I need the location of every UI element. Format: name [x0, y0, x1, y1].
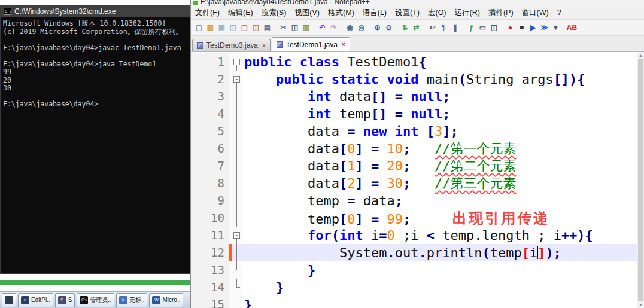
fold-margin[interactable]: - — [232, 53, 242, 71]
bookmark-margin[interactable] — [191, 140, 198, 157]
microsoft-app-taskbar-button[interactable]: WMicro.. — [149, 293, 183, 307]
bookmark-margin[interactable] — [191, 192, 198, 209]
line-number[interactable]: 9 — [198, 192, 229, 209]
indent-guide-icon[interactable]: ∥ — [450, 23, 460, 33]
notepadpp-titlebar[interactable]: F:\java\javabase\day04\TestDemo1.java - … — [191, 0, 644, 6]
scroll-up-icon[interactable]: ▲ — [637, 52, 644, 59]
spell-check-icon[interactable]: AB — [567, 23, 577, 33]
new-file-icon[interactable]: ▢ — [194, 23, 204, 33]
line-number[interactable]: 12 — [198, 244, 229, 261]
bookmark-margin[interactable] — [191, 175, 198, 192]
code-text[interactable]: data[2] = 30; //第三个元素 — [242, 175, 644, 192]
untitled-doc-taskbar-button[interactable]: ≣无标.. — [116, 293, 148, 307]
fold-margin[interactable]: - — [232, 71, 242, 88]
cut-icon[interactable]: ✂ — [278, 23, 288, 33]
line-number[interactable]: 11 — [198, 227, 229, 244]
code-text[interactable]: } — [242, 261, 644, 279]
sync-vertical-scroll-icon[interactable]: ⇅ — [400, 23, 410, 33]
line-number[interactable]: 14 — [198, 279, 229, 296]
code-text[interactable]: data[0] = 10; //第一个元素 — [242, 140, 644, 157]
scrollbar-thumb[interactable] — [638, 59, 643, 301]
close-all-icon[interactable]: ◫ — [251, 23, 261, 33]
cmd-admin-taskbar-button[interactable]: C:\管理员.. — [77, 293, 114, 307]
line-number[interactable]: 15 — [198, 296, 229, 308]
editplus-taskbar-button[interactable]: eEditPl.. — [18, 293, 53, 307]
code-text[interactable]: temp = data; — [242, 192, 644, 209]
fold-collapse-icon[interactable]: - — [233, 232, 240, 239]
menu-item-6[interactable]: 设置(T) — [391, 7, 424, 19]
document-switcher-icon[interactable]: ◫ — [489, 23, 499, 33]
code-text[interactable]: data[1] = 20; //第二个元素 — [242, 157, 644, 175]
bookmark-margin[interactable] — [191, 279, 198, 296]
sync-horizontal-scroll-icon[interactable]: ⇄ — [411, 23, 421, 33]
find-icon[interactable]: ◉ — [345, 23, 355, 33]
menu-item-7[interactable]: 宏(O) — [424, 7, 451, 19]
bookmark-margin[interactable] — [191, 105, 198, 123]
menu-item-11[interactable]: ? — [553, 7, 566, 18]
code-text[interactable]: } — [242, 279, 644, 296]
macro-run-multiple-icon[interactable]: ≫ — [539, 23, 549, 33]
code-text[interactable]: public static void main(String args[]){ — [242, 71, 644, 88]
macro-play-icon[interactable]: ▶ — [528, 23, 538, 33]
undo-icon[interactable]: ↶ — [317, 23, 327, 33]
line-number[interactable]: 13 — [198, 261, 229, 279]
fold-collapse-icon[interactable]: - — [233, 76, 240, 83]
bookmark-margin[interactable] — [191, 157, 198, 175]
redo-icon[interactable]: ↷ — [329, 23, 339, 33]
print-icon[interactable]: ▤ — [262, 23, 272, 33]
bookmark-margin[interactable] — [191, 209, 198, 227]
paste-icon[interactable]: ▥ — [301, 23, 311, 33]
editor[interactable]: 1-public class TestDemo1{2- public stati… — [191, 52, 644, 308]
cmd-output[interactable]: Microsoft Windows [版本 10.0.18362.1500](c… — [1, 17, 190, 273]
tab-testdemo1-java[interactable]: TestDemo1.java× — [272, 37, 350, 51]
line-number[interactable]: 3 — [198, 88, 229, 105]
line-number[interactable]: 6 — [198, 140, 229, 157]
menu-item-1[interactable]: 编辑(E) — [224, 7, 257, 19]
line-number[interactable]: 4 — [198, 105, 229, 123]
bookmark-margin[interactable] — [191, 296, 198, 308]
bookmark-margin[interactable] — [191, 88, 198, 105]
fold-collapse-icon[interactable]: - — [233, 59, 240, 65]
bookmark-margin[interactable] — [191, 244, 198, 261]
pinned-app-taskbar-button[interactable] — [2, 293, 16, 307]
line-number[interactable]: 8 — [198, 175, 229, 192]
code-text[interactable]: } — [242, 296, 644, 308]
word-wrap-icon[interactable]: ↩ — [427, 23, 438, 33]
code-text[interactable]: int temp[] = null; — [242, 105, 644, 123]
save-all-icon[interactable]: ◫ — [228, 23, 238, 33]
menu-item-9[interactable]: 插件(P) — [484, 7, 518, 19]
copy-icon[interactable]: ◫ — [290, 23, 300, 33]
s-app-taskbar-button[interactable]: SS — [55, 293, 75, 307]
line-number[interactable]: 7 — [198, 157, 229, 175]
tab-testdemo3-java[interactable]: TestDemo3.java× — [192, 39, 271, 51]
bookmark-margin[interactable] — [191, 53, 198, 71]
line-number[interactable]: 10 — [198, 209, 229, 227]
document-map-icon[interactable]: ▭ — [478, 23, 488, 33]
macro-record-icon[interactable]: ● — [505, 23, 515, 33]
line-number[interactable]: 2 — [198, 71, 229, 88]
save-icon[interactable]: ▣ — [217, 23, 227, 33]
code-text[interactable]: public class TestDemo1{ — [242, 53, 644, 71]
close-icon[interactable]: ▢ — [239, 23, 250, 33]
line-number[interactable]: 5 — [198, 123, 229, 140]
menu-item-4[interactable]: 格式(M) — [324, 7, 359, 19]
menu-item-8[interactable]: 运行(R) — [451, 7, 484, 19]
open-folder-icon[interactable]: ▧ — [205, 23, 215, 33]
bookmark-margin[interactable] — [191, 71, 198, 88]
bookmark-margin[interactable] — [191, 227, 198, 244]
show-all-characters-icon[interactable]: ¶ — [439, 23, 449, 33]
function-list-icon[interactable]: ƒ — [466, 23, 476, 33]
tab-close-icon[interactable]: × — [342, 41, 345, 48]
cmd-titlebar[interactable]: C:\ C:\Windows\System32\cmd.exe — [1, 5, 190, 17]
zoom-out-icon[interactable]: ⊖ — [384, 23, 394, 33]
code-text[interactable]: System.out.println(temp[i]); — [242, 244, 644, 261]
vertical-scrollbar[interactable]: ▲ ▼ — [637, 52, 644, 308]
code-text[interactable]: for(int i=0 ;i < temp.length ; i++){ — [242, 227, 644, 244]
tab-close-icon[interactable]: × — [262, 42, 266, 49]
menu-item-3[interactable]: 视图(V) — [290, 7, 324, 19]
line-number[interactable]: 1 — [198, 53, 229, 71]
macro-save-icon[interactable]: ▼ — [551, 23, 561, 33]
menu-item-0[interactable]: 文件(F) — [191, 7, 224, 19]
menu-item-2[interactable]: 搜索(S) — [257, 7, 291, 19]
menu-item-5[interactable]: 语言(L) — [359, 7, 391, 19]
